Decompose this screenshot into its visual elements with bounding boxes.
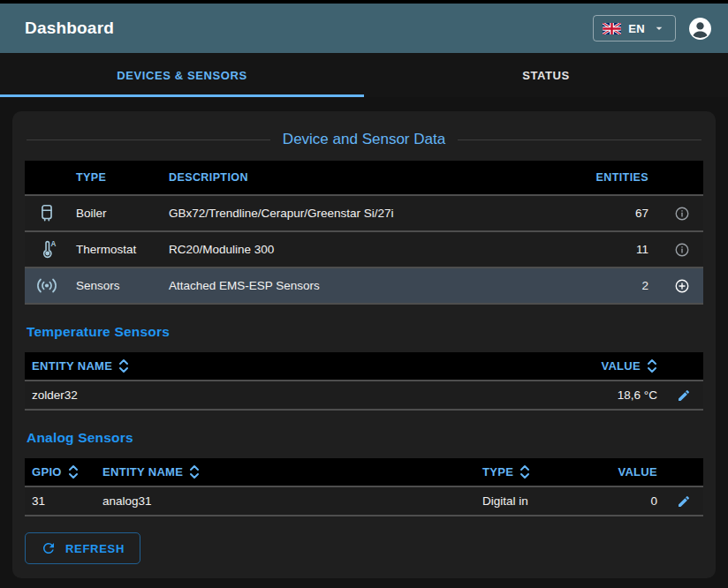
- edit-icon[interactable]: [677, 388, 691, 403]
- analog-sensors-heading: Analog Sensors: [27, 430, 701, 446]
- col-value: VALUE: [601, 359, 641, 373]
- info-icon[interactable]: [674, 206, 690, 222]
- device-table-header: TYPE DESCRIPTION ENTITIES: [25, 161, 703, 194]
- chevron-down-icon: [652, 21, 666, 35]
- active-tab-indicator: [0, 94, 364, 97]
- sort-icon[interactable]: [118, 358, 129, 373]
- sort-icon[interactable]: [189, 464, 200, 479]
- device-description: RC20/Moduline 300: [162, 243, 577, 256]
- refresh-button-label: REFRESH: [65, 542, 125, 555]
- device-entities: 11: [577, 243, 661, 256]
- uk-flag-icon: [603, 23, 621, 34]
- table-row-sensors[interactable]: Sensors Attached EMS-ESP Sensors 2: [25, 267, 703, 303]
- col-type: TYPE: [482, 465, 513, 479]
- device-entities: 2: [577, 279, 661, 292]
- sensor-icon: [25, 276, 69, 295]
- language-selector[interactable]: EN: [593, 15, 676, 41]
- device-type: Sensors: [69, 279, 162, 292]
- sort-icon[interactable]: [647, 358, 657, 373]
- col-entities: ENTITIES: [577, 171, 661, 184]
- add-circle-icon[interactable]: [674, 278, 690, 294]
- thermostat-icon: A: [25, 239, 69, 260]
- avatar[interactable]: [688, 17, 712, 41]
- sensor-value: 18,6 °C: [532, 388, 664, 402]
- title-divider-left: [27, 139, 270, 140]
- sensor-value: 0: [580, 494, 664, 508]
- page-title: Dashboard: [25, 19, 114, 38]
- table-row-analog-sensor[interactable]: 31 analog31 Digital in 0: [25, 486, 703, 515]
- language-code: EN: [628, 22, 645, 35]
- device-table: TYPE DESCRIPTION ENTITIES Boiler GBx72/T…: [25, 161, 703, 305]
- svg-text:A: A: [50, 240, 56, 248]
- refresh-icon: [41, 540, 57, 556]
- card-title-row: Device and Sensor Data: [27, 131, 701, 148]
- table-row-temperature-sensor[interactable]: zolder32 18,6 °C: [25, 380, 703, 409]
- sort-icon[interactable]: [68, 464, 79, 479]
- temperature-sensors-heading: Temperature Sensors: [27, 324, 701, 340]
- tab-status-label: STATUS: [522, 69, 570, 82]
- tab-bar: DEVICES & SENSORS STATUS: [0, 53, 728, 97]
- temperature-sensors-table: ENTITY NAME VALUE: [25, 352, 703, 411]
- sensor-type: Digital in: [475, 494, 580, 508]
- analog-table-header: GPIO ENTITY NAME: [25, 458, 703, 486]
- col-type: TYPE: [69, 171, 162, 184]
- device-type: Thermostat: [69, 243, 162, 256]
- device-description: Attached EMS-ESP Sensors: [162, 279, 577, 292]
- col-entity-name: ENTITY NAME: [32, 359, 112, 373]
- info-icon[interactable]: [674, 242, 690, 258]
- tab-devices-sensors[interactable]: DEVICES & SENSORS: [0, 53, 364, 97]
- title-divider-right: [458, 139, 701, 140]
- col-description: DESCRIPTION: [162, 171, 577, 184]
- edit-icon[interactable]: [677, 494, 691, 509]
- device-type: Boiler: [69, 207, 162, 220]
- appbar: Dashboard EN: [0, 4, 728, 53]
- col-entity-name: ENTITY NAME: [102, 465, 183, 479]
- sensor-gpio: 31: [25, 494, 95, 508]
- sensor-entity-name: zolder32: [25, 388, 532, 402]
- temperature-table-header: ENTITY NAME VALUE: [25, 352, 703, 380]
- card-title: Device and Sensor Data: [283, 131, 445, 148]
- account-icon: [688, 17, 712, 41]
- col-gpio: GPIO: [32, 465, 62, 479]
- sort-icon[interactable]: [519, 464, 530, 479]
- col-value: VALUE: [580, 465, 664, 479]
- analog-sensors-table: GPIO ENTITY NAME: [25, 458, 703, 516]
- table-row-thermostat[interactable]: A Thermostat RC20/Moduline 300 11: [25, 230, 703, 267]
- device-entities: 67: [577, 207, 661, 220]
- dashboard-card: Device and Sensor Data TYPE DESCRIPTION …: [12, 111, 716, 578]
- sensor-entity-name: analog31: [95, 494, 475, 508]
- tab-status[interactable]: STATUS: [364, 53, 728, 97]
- tab-devices-sensors-label: DEVICES & SENSORS: [117, 69, 246, 82]
- boiler-icon: [25, 203, 69, 223]
- device-description: GBx72/Trendline/Cerapur/Greenstar Si/27i: [162, 207, 577, 220]
- table-row-boiler[interactable]: Boiler GBx72/Trendline/Cerapur/Greenstar…: [25, 194, 703, 230]
- refresh-button[interactable]: REFRESH: [25, 532, 140, 564]
